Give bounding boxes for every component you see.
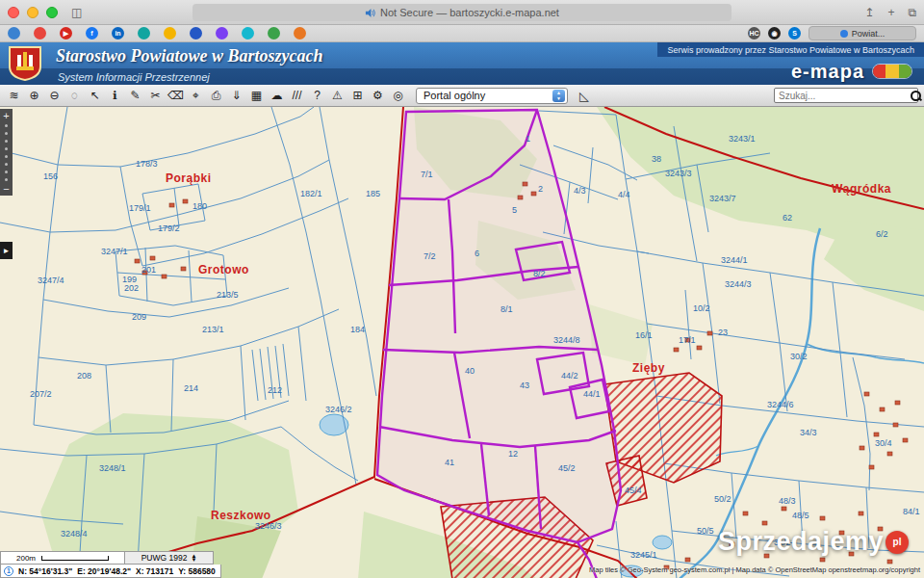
bookmark-icon[interactable]: ◉ [768, 27, 781, 39]
portal-select[interactable]: Portal ogólny ▲▼ [416, 88, 568, 104]
parcel-number-label: 8/1 [500, 304, 513, 314]
help-icon[interactable]: ? [307, 89, 327, 102]
bookmark-icon[interactable] [294, 27, 306, 39]
coord-y: Y: 586580 [178, 566, 216, 576]
settings-icon[interactable]: ⚙ [368, 89, 388, 102]
parcel-number-label: 3244/6 [767, 400, 794, 409]
minimize-window-button[interactable] [27, 7, 38, 18]
share-icon[interactable]: ↥ [864, 6, 874, 19]
warning-icon[interactable]: ⚠ [327, 89, 347, 102]
parcel-number-label: 207/2 [30, 389, 52, 399]
service-note: Serwis prowadzony przez Starostwo Powiat… [657, 42, 924, 57]
identify-icon[interactable]: ℹ [105, 89, 125, 102]
parcel-number-label: 30/4 [875, 438, 892, 448]
address-bar[interactable]: Not Secure — bartoszycki.e-mapa.net [192, 4, 732, 21]
measure-icon[interactable]: ✎ [125, 89, 145, 102]
bookmark-icon[interactable] [268, 27, 280, 39]
coord-x: X: 713171 [136, 566, 173, 576]
parcel-number-label: 209 [132, 312, 146, 322]
pointer-icon[interactable]: ↖ [85, 89, 105, 102]
parcel-number-label: 2 [538, 184, 543, 194]
cloud-icon[interactable]: ☁ [267, 89, 287, 102]
bookmark-icon[interactable] [216, 27, 228, 39]
zoom-in-button[interactable]: + [3, 110, 9, 121]
coord-n: N: 54°16'31.3" [18, 566, 72, 576]
audio-speaker-icon[interactable] [365, 8, 375, 18]
parcel-number-label: 184 [350, 325, 365, 334]
parcel-number-label: 4/3 [574, 186, 586, 196]
cut-icon[interactable]: ✂ [145, 89, 166, 102]
zoom-out-icon[interactable]: ⊖ [44, 89, 64, 102]
parcel-number-label: 40 [465, 366, 475, 376]
bookmark-icon[interactable] [164, 27, 176, 39]
download-icon[interactable]: ⇓ [226, 89, 246, 102]
parcel-number-label: 213/5 [217, 290, 239, 300]
bookmark-icon[interactable] [34, 27, 46, 39]
map-area: 156178/3179/1180179/2182/11853247/120119… [0, 107, 924, 578]
portal-select-value: Portal ogólny [424, 90, 485, 101]
bookmark-icon[interactable] [242, 27, 254, 39]
tab-overview-icon[interactable]: ⧉ [908, 6, 916, 19]
select-stepper-icon[interactable]: ▲▼ [552, 90, 565, 102]
place-name-label: Zięby [632, 361, 665, 375]
slope-icon[interactable]: /// [287, 89, 307, 102]
bookmark-icon[interactable]: ▶ [60, 27, 72, 39]
bookmark-icon[interactable]: in [112, 27, 124, 39]
parcel-number-label: 16/1 [635, 330, 653, 340]
place-name-label: Wągródka [832, 182, 891, 196]
terrain-profile-icon[interactable]: ◺ [579, 89, 589, 103]
parcel-number-label: 179/1 [129, 203, 151, 213]
sidebar-toggle-icon[interactable]: ◫ [71, 6, 82, 19]
zoom-window-button[interactable] [46, 7, 58, 18]
parcel-number-label: 23 [718, 328, 728, 337]
crs-select[interactable]: PUWG 1992 ▲▼ [125, 551, 214, 565]
erase-icon[interactable]: ⌫ [166, 89, 186, 102]
parcel-number-label: 45/4 [625, 486, 642, 495]
parcel-number-label: 8/2 [533, 269, 546, 278]
bookmark-icon[interactable]: f [86, 27, 98, 39]
search-input[interactable] [775, 91, 910, 101]
parcel-number-label: 48/3 [779, 496, 796, 506]
bookmark-icon[interactable] [8, 27, 20, 39]
parcel-number-label: 45/2 [558, 463, 576, 473]
print-icon[interactable]: ⎙ [206, 89, 226, 102]
crs-value: PUWG 1992 [141, 553, 188, 563]
zoom-control[interactable]: + − [0, 109, 13, 196]
parcel-number-label: 50/5 [697, 526, 714, 536]
layers-icon[interactable]: ≋ [4, 89, 24, 102]
zoom-out-button[interactable]: − [3, 183, 9, 195]
scale-bar: 200m [0, 551, 125, 565]
parcel-number-label: 38 [652, 154, 661, 164]
parcel-number-label: 3243/7 [709, 194, 736, 203]
select-area-icon[interactable]: ◌ [64, 89, 85, 102]
bookmark-icon[interactable] [138, 27, 150, 39]
search-icon[interactable] [910, 90, 915, 102]
bookmark-icons: ▶fin [8, 27, 306, 39]
parcel-number-label: 3247/4 [38, 276, 64, 285]
parcel-number-label: 201 [141, 265, 156, 275]
bookmark-icon[interactable]: HC [748, 27, 760, 39]
site-title: Starostwo Powiatowe w Bartoszycach [56, 46, 323, 66]
bookmark-icon[interactable]: S [788, 27, 801, 39]
parcel-number-label: 84/1 [903, 507, 920, 516]
geolocation-icon[interactable]: ◎ [388, 89, 408, 102]
parcel-number-label: 3248/4 [61, 529, 88, 539]
bookmark-icon[interactable] [190, 27, 202, 39]
new-tab-icon[interactable]: + [887, 6, 894, 19]
url-text: Not Secure — bartoszycki.e-mapa.net [380, 7, 559, 18]
map-canvas[interactable]: 156178/3179/1180179/2182/11853247/120119… [0, 107, 924, 578]
parcel-number-label: 3243/3 [665, 169, 692, 178]
zoom-in-icon[interactable]: ⊕ [24, 89, 44, 102]
grid-icon[interactable]: ▦ [246, 89, 267, 102]
site-subtitle: System Informacji Przestrzennej [58, 71, 210, 83]
close-window-button[interactable] [8, 7, 19, 18]
emapa-brand[interactable]: e-mapa [791, 61, 864, 83]
expand-panel-button[interactable]: ► [0, 242, 13, 259]
info-badge[interactable]: 1 [4, 566, 13, 576]
coord-e: E: 20°19'48.2" [77, 566, 131, 576]
parcel-number-label: 4/4 [618, 190, 630, 199]
parcel-number-label: 3245/1 [630, 550, 657, 560]
cart-icon[interactable]: ⊞ [347, 89, 368, 102]
locate-icon[interactable]: ⌖ [186, 89, 206, 102]
browser-tab[interactable]: Powiat... [808, 26, 916, 40]
